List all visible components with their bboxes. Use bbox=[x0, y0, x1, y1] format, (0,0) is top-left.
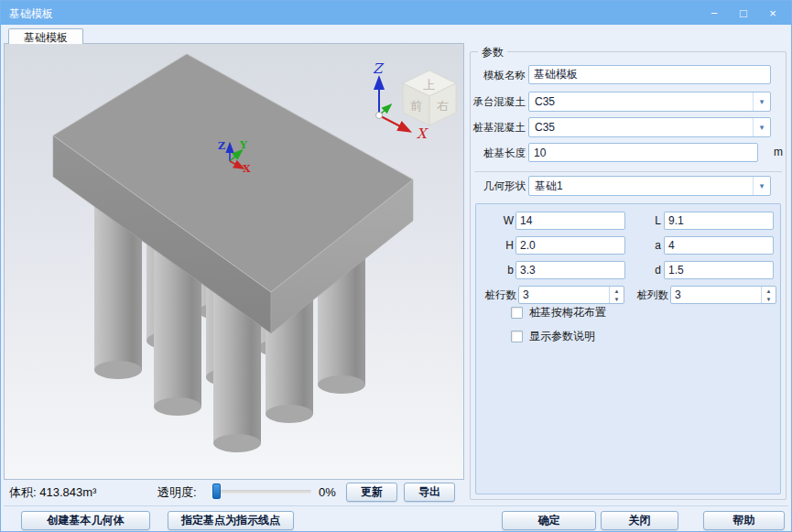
pile-length-label: 桩基长度 bbox=[472, 143, 526, 163]
geometry-row: 几何形状 基础1 ▾ bbox=[472, 176, 771, 196]
pile-cols-label: 桩列数 bbox=[628, 286, 668, 304]
dim-row-ha: H a bbox=[476, 236, 780, 255]
pile-rows-spin-buttons[interactable]: ▲ ▼ bbox=[609, 287, 624, 303]
pile-length-input[interactable] bbox=[528, 143, 758, 162]
dim-a-label: a bbox=[634, 236, 661, 255]
plum-arrangement-label: 桩基按梅花布置 bbox=[529, 305, 606, 320]
cap-concrete-row: 承台混凝土 C35 ▾ bbox=[472, 92, 771, 112]
spin-down-icon[interactable]: ▼ bbox=[762, 295, 776, 303]
dim-b-label: b bbox=[478, 261, 514, 279]
pile-concrete-select[interactable]: C35 ▾ bbox=[528, 117, 771, 137]
spin-up-icon[interactable]: ▲ bbox=[610, 287, 624, 295]
update-button[interactable]: 更新 bbox=[346, 483, 397, 502]
titlebar[interactable]: 基础模板 − □ × bbox=[1, 1, 791, 25]
template-name-label: 模板名称 bbox=[472, 65, 526, 85]
dim-a-input[interactable] bbox=[664, 236, 774, 255]
params-group-label: 参数 bbox=[478, 45, 507, 60]
foundation-template-dialog: 基础模板 − □ × 基础模板 bbox=[0, 0, 792, 532]
show-desc-row: 显示参数说明 bbox=[511, 330, 595, 343]
close-dialog-button[interactable]: 关闭 bbox=[601, 511, 678, 530]
dim-w-label: W bbox=[478, 212, 514, 230]
dim-h-input[interactable] bbox=[515, 236, 625, 255]
template-name-row: 模板名称 bbox=[472, 65, 771, 85]
cap-concrete-value: C35 bbox=[535, 92, 555, 111]
opacity-value: 0% bbox=[319, 480, 336, 505]
spin-down-icon[interactable]: ▼ bbox=[610, 295, 624, 303]
svg-text:上: 上 bbox=[423, 78, 435, 92]
pile-rows-label: 桩行数 bbox=[476, 286, 516, 304]
viewport-status-bar: 体积: 413.843m³ 透明度: 0% 更新 导出 bbox=[4, 480, 464, 505]
pile-concrete-label: 桩基混凝土 bbox=[472, 117, 526, 137]
pile-rows-input[interactable] bbox=[519, 287, 608, 303]
pile-concrete-value: C35 bbox=[535, 118, 555, 136]
spin-up-icon[interactable]: ▲ bbox=[762, 287, 776, 295]
pile-count-row: 桩行数 ▲ ▼ 桩列数 ▲ ▼ bbox=[476, 286, 780, 304]
chevron-down-icon[interactable]: ▾ bbox=[753, 92, 770, 111]
show-desc-checkbox[interactable] bbox=[511, 331, 523, 342]
close-button[interactable]: × bbox=[758, 1, 787, 25]
svg-text:右: 右 bbox=[437, 99, 449, 113]
pile-rows-spinner[interactable]: ▲ ▼ bbox=[518, 286, 624, 304]
pile-cols-spinner[interactable]: ▲ ▼ bbox=[670, 286, 776, 304]
geometry-value: 基础1 bbox=[535, 177, 563, 195]
opacity-slider[interactable] bbox=[212, 490, 311, 494]
pile-length-unit: m bbox=[774, 143, 783, 162]
pile-cols-input[interactable] bbox=[671, 287, 760, 303]
cap-concrete-label: 承台混凝土 bbox=[472, 92, 526, 112]
dim-row-wl: W L bbox=[476, 212, 780, 230]
geometry-select[interactable]: 基础1 ▾ bbox=[528, 176, 771, 196]
create-geometry-button[interactable]: 创建基本几何体 bbox=[21, 511, 150, 530]
minimize-button[interactable]: − bbox=[700, 1, 729, 25]
volume-value: 413.843m³ bbox=[39, 485, 96, 499]
pile-cols-spin-buttons[interactable]: ▲ ▼ bbox=[761, 287, 776, 303]
window-title: 基础模板 bbox=[9, 6, 53, 22]
pile-length-row: 桩基长度 m bbox=[472, 143, 771, 163]
show-desc-label: 显示参数说明 bbox=[529, 329, 595, 344]
tab-label: 基础模板 bbox=[24, 31, 68, 44]
dim-d-label: d bbox=[634, 261, 661, 279]
dimensions-panel: W L H a b d 桩行数 bbox=[475, 203, 781, 494]
viewport-3d[interactable]: Z Y X 上 前 右 Z X bbox=[4, 43, 464, 480]
help-button[interactable]: 帮助 bbox=[703, 511, 785, 530]
params-group: 参数 模板名称 承台混凝土 C35 ▾ 桩基混凝土 C35 ▾ 桩基长度 m bbox=[470, 51, 787, 500]
maximize-icon: □ bbox=[740, 6, 747, 20]
svg-text:Y: Y bbox=[239, 139, 247, 151]
svg-text:X: X bbox=[243, 163, 251, 175]
params-separator bbox=[474, 171, 782, 172]
template-name-input[interactable] bbox=[528, 65, 771, 84]
dim-l-input[interactable] bbox=[664, 212, 774, 230]
slider-handle[interactable] bbox=[212, 483, 221, 499]
dim-l-label: L bbox=[634, 212, 661, 230]
viewport-3d-scene: Z Y X 上 前 右 Z X bbox=[5, 44, 463, 479]
plum-arrangement-row: 桩基按梅花布置 bbox=[511, 306, 606, 320]
volume-readout: 体积: 413.843m³ bbox=[9, 480, 96, 505]
dim-d-input[interactable] bbox=[664, 261, 774, 279]
footer-separator bbox=[4, 505, 788, 506]
pick-base-point-button[interactable]: 指定基点为指示线点 bbox=[168, 511, 294, 530]
pile-concrete-row: 桩基混凝土 C35 ▾ bbox=[472, 117, 771, 137]
minimize-icon: − bbox=[711, 6, 718, 20]
dim-row-bd: b d bbox=[476, 261, 780, 279]
geometry-label: 几何形状 bbox=[472, 176, 526, 196]
cap-concrete-select[interactable]: C35 ▾ bbox=[528, 92, 771, 112]
maximize-button[interactable]: □ bbox=[729, 1, 758, 25]
svg-text:Z: Z bbox=[218, 140, 225, 152]
ok-button[interactable]: 确定 bbox=[502, 511, 596, 530]
chevron-down-icon[interactable]: ▾ bbox=[753, 177, 770, 195]
dim-w-input[interactable] bbox=[515, 212, 625, 230]
close-icon: × bbox=[769, 6, 776, 20]
dim-b-input[interactable] bbox=[515, 261, 625, 279]
dim-h-label: H bbox=[478, 236, 514, 255]
export-button[interactable]: 导出 bbox=[404, 483, 455, 502]
svg-text:前: 前 bbox=[410, 99, 422, 113]
window-controls: − □ × bbox=[700, 1, 787, 25]
svg-text:X: X bbox=[417, 125, 429, 142]
plum-arrangement-checkbox[interactable] bbox=[511, 307, 523, 319]
svg-text:Z: Z bbox=[373, 60, 385, 77]
tab-foundation-template[interactable]: 基础模板 bbox=[8, 28, 83, 44]
nav-cube[interactable]: 上 前 右 Z X bbox=[373, 60, 456, 142]
chevron-down-icon[interactable]: ▾ bbox=[753, 118, 770, 136]
opacity-label: 透明度: bbox=[157, 480, 197, 505]
